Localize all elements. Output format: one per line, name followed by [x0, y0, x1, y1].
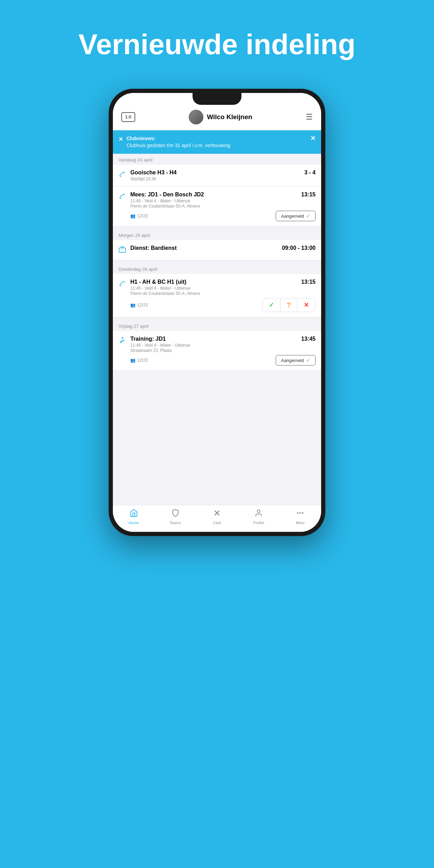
date-header-friday: Vrijdag 27 april — [113, 320, 321, 331]
avatar — [189, 110, 203, 124]
notch — [193, 93, 241, 105]
bottom-nav: Home Teams — [113, 505, 321, 532]
svg-point-10 — [300, 513, 301, 513]
phone-inner: 1:0 Wilco Kleijnen ☰ ✕ Clubnieuws: — [113, 93, 321, 532]
running-icon — [118, 337, 126, 346]
svg-line-0 — [124, 172, 125, 173]
event-card: Training: JD1 13:45 11:45 - Veld 4 - Wat… — [113, 331, 321, 371]
nav-label-profiel: Profiel — [253, 521, 264, 525]
svg-line-4 — [124, 282, 125, 282]
nav-item-home[interactable]: Home — [113, 509, 154, 525]
event-count-row: 👥 12/23 Aangemeld ✓ — [130, 211, 316, 221]
people-icon: 👥 — [130, 214, 136, 218]
aangemeld-button[interactable]: Aangemeld ✓ — [276, 211, 316, 221]
aangemeld-button[interactable]: Aangemeld ✓ — [276, 355, 316, 366]
nav-label-home: Home — [129, 521, 139, 525]
event-title-row: Dienst: Bardienst 09:00 - 13:00 — [130, 245, 316, 251]
section-divider — [113, 260, 321, 263]
user-name: Wilco Kleijnen — [207, 113, 252, 121]
section-divider — [113, 226, 321, 229]
count-label: 12/23 — [137, 358, 148, 363]
event-content: Mees: JD1 - Den Bosch JD2 13:15 11:45 - … — [130, 191, 316, 221]
event-time: 13:15 — [301, 279, 316, 285]
event-row: Gooische H3 - H4 3 - 4 Starttijd 10:30 — [118, 169, 316, 181]
bottom-spacer — [113, 371, 321, 385]
event-row: Dienst: Bardienst 09:00 - 13:00 — [118, 245, 316, 255]
section-divider — [113, 317, 321, 320]
people-icon: 👥 — [130, 358, 136, 363]
nav-item-profiel[interactable]: Profiel — [238, 509, 280, 525]
content-area: Vandaag 24 april Go — [113, 154, 321, 505]
app-screen: 1:0 Wilco Kleijnen ☰ ✕ Clubnieuws: — [113, 93, 321, 532]
shield-icon — [171, 509, 180, 519]
event-title: Dienst: Bardienst — [130, 245, 279, 251]
filter-icon[interactable]: ☰ — [306, 113, 313, 122]
people-icon: 👥 — [130, 303, 136, 308]
count-label: 12/23 — [137, 214, 148, 218]
event-subtitle: 11:45 - Veld 4 - Water - Uittenue — [130, 286, 316, 291]
nav-label-teams: Teams — [170, 521, 181, 525]
dots-icon — [296, 509, 304, 519]
svg-point-8 — [257, 510, 260, 513]
news-title: Clubnieuws: — [126, 136, 155, 141]
event-card: Gooische H3 - H4 3 - 4 Starttijd 10:30 — [113, 165, 321, 187]
person-icon — [254, 509, 263, 519]
check-icon: ✓ — [306, 213, 310, 219]
event-time: 13:15 — [301, 191, 316, 198]
event-row: Mees: JD1 - Den Bosch JD2 13:15 11:45 - … — [118, 191, 316, 221]
event-count: 👥 12/23 — [130, 303, 148, 308]
score-icon-label: 1:0 — [125, 115, 131, 120]
event-row: H1 - AH & BC H1 (uit) 13:15 11:45 - Veld… — [118, 279, 316, 312]
svg-rect-2 — [119, 248, 125, 253]
yes-button[interactable]: ✓ — [262, 298, 281, 312]
event-title: H1 - AH & BC H1 (uit) — [130, 279, 298, 285]
event-address: Straatnaam 23, Plaats — [130, 348, 316, 353]
svg-point-5 — [122, 337, 123, 338]
cross-icon — [213, 509, 221, 519]
aangemeld-label: Aangemeld — [281, 358, 304, 363]
event-subtitle: 11:45 - Veld 4 - Water - Uittenue — [130, 198, 316, 203]
check-icon: ✓ — [306, 357, 310, 363]
svg-point-9 — [297, 513, 298, 513]
hockey-icon — [118, 192, 126, 202]
date-header-thursday: Donderdag 26 april — [113, 263, 321, 274]
news-close-button[interactable]: ✕ — [310, 135, 316, 142]
hockey-icon — [118, 170, 126, 180]
no-button[interactable]: ✕ — [297, 298, 315, 312]
event-subtitle: Starttijd 10:30 — [130, 176, 316, 181]
event-count-row: 👥 12/23 Aangemeld ✓ — [130, 355, 316, 366]
event-card: Dienst: Bardienst 09:00 - 13:00 — [113, 240, 321, 260]
response-buttons: ✓ ? ✕ — [262, 298, 316, 312]
count-label: 12/23 — [137, 303, 148, 308]
page-title: Vernieuwde indeling — [0, 28, 434, 61]
event-subtitle: 11:45 - Veld 4 - Water - Uittenue — [130, 343, 316, 348]
news-text: Clubnieuws: Clubhuis gesloten t/m 31 apr… — [126, 135, 231, 149]
svg-line-1 — [124, 194, 125, 195]
svg-point-11 — [302, 513, 303, 513]
event-card: Mees: JD1 - Den Bosch JD2 13:15 11:45 - … — [113, 187, 321, 226]
nav-label-meer: Meer — [296, 521, 305, 525]
event-address: Pierre de Coubertinlaan 55-A, Almere — [130, 291, 316, 296]
event-content: Gooische H3 - H4 3 - 4 Starttijd 10:30 — [130, 169, 316, 181]
event-title: Gooische H3 - H4 — [130, 169, 304, 176]
news-banner-left: ✕ Clubnieuws: Clubhuis gesloten t/m 31 a… — [118, 135, 307, 149]
event-title-row: Training: JD1 13:45 — [130, 336, 316, 342]
scoreboard-icon[interactable]: 1:0 — [121, 112, 135, 122]
event-row: Training: JD1 13:45 11:45 - Veld 4 - Wat… — [118, 336, 316, 366]
nav-item-club[interactable]: Club — [196, 509, 238, 525]
phone-frame: 1:0 Wilco Kleijnen ☰ ✕ Clubnieuws: — [109, 89, 325, 536]
date-header-tomorrow: Morgen 25 april — [113, 229, 321, 240]
event-time: 13:45 — [301, 336, 316, 342]
event-title: Mees: JD1 - Den Bosch JD2 — [130, 191, 298, 198]
nav-item-meer[interactable]: Meer — [280, 509, 321, 525]
briefcase-icon — [118, 246, 126, 255]
event-score: 3 - 4 — [304, 169, 316, 176]
maybe-button[interactable]: ? — [281, 298, 297, 312]
event-title-row: Mees: JD1 - Den Bosch JD2 13:15 — [130, 191, 316, 198]
nav-item-teams[interactable]: Teams — [154, 509, 196, 525]
event-title-row: Gooische H3 - H4 3 - 4 — [130, 169, 316, 176]
aangemeld-label: Aangemeld — [281, 214, 304, 219]
header-user[interactable]: Wilco Kleijnen — [189, 110, 252, 124]
event-count: 👥 12/23 — [130, 214, 148, 218]
event-address: Pierre de Coubertinlaan 55-A, Almere — [130, 204, 316, 209]
